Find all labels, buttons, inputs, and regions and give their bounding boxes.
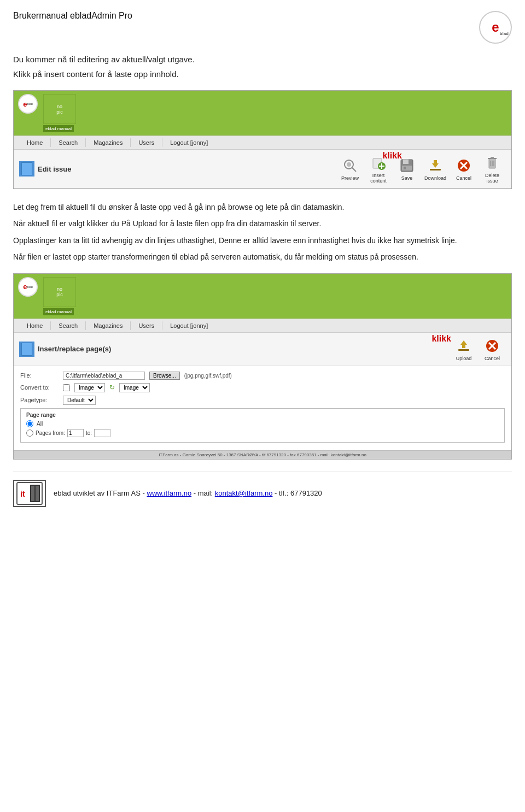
pages-from-radio[interactable] xyxy=(26,429,33,437)
svg-point-2 xyxy=(347,162,351,167)
pagetype-select[interactable]: Default xyxy=(63,396,96,405)
intro-block: Du kommer nå til editering av aktuell/va… xyxy=(13,54,512,80)
app-frame-2: e blad no pic eblad manual Home Search M… xyxy=(13,273,512,460)
pagetype-label: Pagetype: xyxy=(20,397,59,403)
pages-to-input[interactable] xyxy=(94,429,110,437)
no-pic-box-1: no pic xyxy=(43,94,76,124)
toolbar-buttons-2: Upload Cancel xyxy=(450,336,506,362)
svg-rect-30 xyxy=(31,486,34,501)
toolbar-buttons-1: Preview Insert content xyxy=(336,153,506,185)
no-pic-col-2: no pic eblad manual xyxy=(41,277,76,315)
file-input[interactable] xyxy=(63,372,145,380)
svg-line-1 xyxy=(352,168,356,172)
svg-rect-22 xyxy=(458,349,469,351)
cancel-svg-2 xyxy=(485,338,500,354)
eblad-manual-label-2: eblad manual xyxy=(43,308,74,315)
app-logo-small-2: e blad xyxy=(18,277,38,297)
cancel-button-2[interactable]: Cancel xyxy=(479,336,506,362)
cancel-button-1[interactable]: Cancel xyxy=(450,156,477,182)
nav-users-2[interactable]: Users xyxy=(131,321,162,330)
delete-svg-1 xyxy=(485,155,500,170)
file-hint: (jpg,png,gif,swf,pdf) xyxy=(184,373,232,379)
footer-link2[interactable]: kontakt@itfarm.no xyxy=(215,489,273,497)
preview-button-1[interactable]: Preview xyxy=(336,156,364,182)
file-label: File: xyxy=(20,372,59,379)
page-range-box: Page range All Pages from: to: xyxy=(20,408,505,443)
no-pic-text-4: pic xyxy=(56,292,63,297)
svg-text:it: it xyxy=(20,490,25,498)
app-logo-letter-1: e xyxy=(23,100,27,108)
nav-magazines-2[interactable]: Magazines xyxy=(86,321,131,330)
itfarm-logo-svg: it xyxy=(16,481,43,505)
svg-rect-18 xyxy=(491,157,494,158)
nav-home-2[interactable]: Home xyxy=(19,321,51,330)
body-para-2: Når aktuell fil er valgt klikker du På U… xyxy=(13,217,512,230)
app-logo-small-1: e blad xyxy=(18,94,38,114)
page-header: Brukermanual ebladAdmin Pro e blad xyxy=(13,11,512,44)
nav-search-2[interactable]: Search xyxy=(51,321,86,330)
svg-marker-12 xyxy=(432,160,439,168)
pages-from-row: Pages from: to: xyxy=(26,429,499,437)
pages-from-input[interactable] xyxy=(67,429,84,437)
download-svg-1 xyxy=(428,158,443,173)
logo-sub: blad xyxy=(500,31,509,36)
nav-search-1[interactable]: Search xyxy=(51,138,86,147)
nav-users-1[interactable]: Users xyxy=(131,138,162,147)
cancel-label-2: Cancel xyxy=(485,356,500,361)
footer-mid: - mail: xyxy=(191,489,215,497)
app-topbar-1: e blad no pic eblad manual xyxy=(14,91,511,136)
nav-logout-1[interactable]: Logout [jonny] xyxy=(162,138,215,147)
upload-svg xyxy=(456,338,471,354)
issue-icon-inner-1 xyxy=(21,162,32,175)
eblad-manual-label-1: eblad manual xyxy=(43,125,74,132)
intro-line1: Du kommer nå til editering av aktuell/va… xyxy=(13,54,512,66)
no-pic-text-1: no xyxy=(57,104,62,109)
app-logo-sub-2: blad xyxy=(27,285,32,289)
insert-label-1: Insert xyxy=(372,173,385,178)
upload-icon-2 xyxy=(455,337,472,355)
issue-icon-2 xyxy=(19,342,34,357)
no-pic-text-2: pic xyxy=(56,109,63,115)
cancel-icon-1 xyxy=(455,157,472,174)
convert-select-2[interactable]: Image xyxy=(119,383,150,392)
app-nav-1: Home Search Magazines Users Logout [jonn… xyxy=(14,136,511,150)
cancel-svg-1 xyxy=(456,158,471,173)
browse-button[interactable]: Browse... xyxy=(149,372,180,380)
nav-home-1[interactable]: Home xyxy=(19,138,51,147)
preview-svg-1 xyxy=(342,158,358,173)
footer-text: eblad utviklet av ITFarm AS - www.itfarm… xyxy=(54,489,322,497)
insert-label2-1: content xyxy=(370,178,387,184)
intro-line2: Klikk på insert content for å laste opp … xyxy=(13,68,512,81)
app-logo-sub-1: blad xyxy=(27,102,32,105)
svg-marker-23 xyxy=(460,340,467,348)
upload-button-2[interactable]: Upload xyxy=(450,336,477,362)
save-label-1: Save xyxy=(401,175,413,181)
issue-icon-1 xyxy=(19,161,34,176)
svg-rect-11 xyxy=(430,169,441,170)
delete-label2-1: issue xyxy=(486,178,498,184)
body-para-4: Når filen er lastet opp starter transfor… xyxy=(13,251,512,263)
all-radio[interactable] xyxy=(26,420,33,427)
app-topbar-2: e blad no pic eblad manual xyxy=(14,274,511,319)
nav-logout-2[interactable]: Logout [jonny] xyxy=(162,321,215,330)
body-para-1: Let deg frem til aktuell fil du ønsker å… xyxy=(13,201,512,213)
body-para-3: Opplastinger kan ta litt tid avhengig av… xyxy=(13,234,512,246)
delete-icon-1 xyxy=(483,154,501,172)
app-logo-letter-2: e xyxy=(23,283,27,291)
convert-checkbox-1[interactable] xyxy=(63,384,70,391)
body-text-block: Let deg frem til aktuell fil du ønsker å… xyxy=(13,201,512,263)
download-label-1: Download xyxy=(424,175,446,181)
app-toolbar-2: Insert/replace page(s) klikk Upload xyxy=(14,333,511,366)
footer-link1[interactable]: www.itfarm.no xyxy=(147,489,192,497)
no-pic-text-3: no xyxy=(57,286,62,292)
delete-button-1[interactable]: Delete issue xyxy=(479,153,506,185)
nav-magazines-1[interactable]: Magazines xyxy=(86,138,131,147)
all-label: All xyxy=(37,421,43,427)
cancel-icon-2 xyxy=(483,337,501,355)
convert-select-1[interactable]: Image xyxy=(74,383,105,392)
download-button-1[interactable]: Download xyxy=(422,156,449,182)
all-radio-row: All xyxy=(26,420,499,427)
pages-from-label: Pages from: xyxy=(36,430,65,436)
app-footer-bar-2: ITFarm as - Gamle Snarøyvel 50 - 1367 SN… xyxy=(14,450,511,459)
issue-icon-inner-2 xyxy=(21,343,32,356)
